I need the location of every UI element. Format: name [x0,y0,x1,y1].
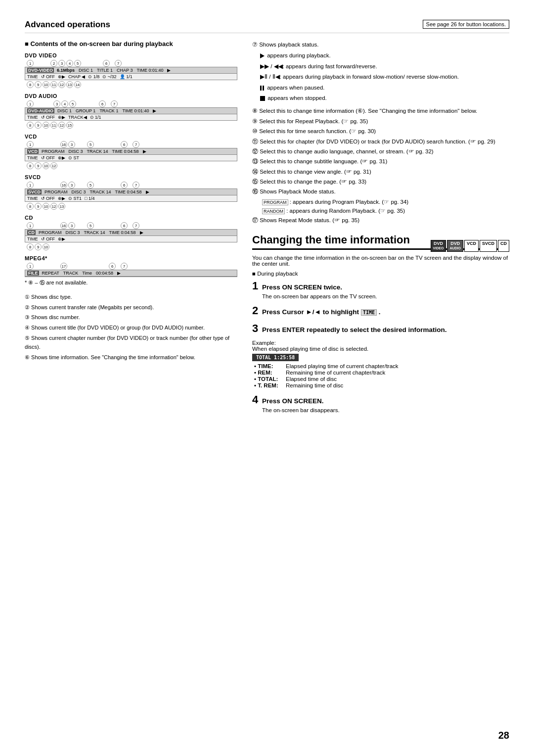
fn-num-6: ⑥ [25,354,31,360]
change-time-section: Changing the time information DVD VIDEO … [252,234,509,413]
dvd-video-angle: 👤 1/1 [120,74,133,79]
vcd-bar: VCD PROGRAM DISC 3 TRACK 14 TIME 0:04:58… [25,148,237,161]
cd-bottom-nums: 8 9 10 [25,243,237,250]
footnote-6: ⑥ Shows time information. See "Changing … [25,353,237,362]
note-16: ⑯ Shows Playback Mode status. [252,187,509,196]
vcd-bar-top: VCD PROGRAM DISC 3 TRACK 14 TIME 0:04:58… [25,148,237,155]
dvd-video-label: DVD VIDEO [25,52,237,58]
example-label: Example: [252,340,509,346]
example-time-text: Elapsed playing time of current chapter/… [286,363,399,369]
stop-icon [260,96,265,101]
example-total-label: • TOTAL: [254,376,284,382]
fn-text-2: Shows current transfer rate (Megabits pe… [31,304,154,310]
note-15: ⑮ Select this to change the page. (☞ pg.… [252,177,509,186]
note7-text: Shows playback status. [259,42,318,47]
step-1: 1 Press ON SCREEN twice. The on-screen b… [252,280,509,299]
slowmo-note: ▶Ⅱ / Ⅱ◀: appears during playback in forw… [260,74,459,80]
ff-note: ▶▶ / ◀◀: appears during fast forward/rev… [260,63,377,69]
header-row: Advanced operations See page 26 for butt… [25,20,509,33]
num-1: 1 [27,60,34,67]
badge-cd: CD [498,240,509,252]
mpeg4-label: MPEG4* [25,255,237,261]
mpeg4-bar-top: FILE REPEAT TRACK Time 00:04:58 ▶ [25,270,237,277]
dvd-audio-bar-bottom: TIME ↺ OFF ⊕▶ TRACK◀ ⊙ 1/1 [25,114,237,120]
dvd-audio-bar: DVD-AUDIO DISC 1 GROUP 1 TRACK 1 TIME 0:… [25,107,237,121]
dvd-video-bottom-nums: 8 9 10 11 12 13 14 [25,81,237,88]
num-2: 2 [50,60,57,67]
pause-icon [260,86,265,91]
dvd-audio-bottom-nums: 8 9 10 11 12 15 [25,122,237,129]
svcd-bar-top: SVCD PROGRAM DISC 3 TRACK 14 TIME 0:04:5… [25,189,237,195]
step4-num: 4 [252,393,258,406]
disc-badges-row: DVD VIDEO DVD AUDIO VCD SVCD CD [431,240,509,252]
svcd-bar-bottom: TIME ↺ OFF ⊕▶ ⊙ ST1 □ 1/4 [25,195,237,201]
dvd-audio-label: DVD AUDIO [25,93,237,99]
example-item-time: • TIME: Elapsed playing time of current … [254,363,509,369]
fn-text-1: Shows disc type. [31,294,72,300]
badge-dvd-video: DVD VIDEO [431,240,446,252]
fn-text-6: Shows time information. See "Changing th… [31,354,195,360]
contents-heading: Contents of the on-screen bar during pla… [25,40,237,47]
notes-section: ⑦ Shows playback status. appears during … [252,40,509,225]
play-status: appears during playback. [260,51,509,60]
random-note-text: : appears during Random Playback. (☞ pg.… [286,208,405,214]
fn-num-4: ④ [25,325,31,331]
change-time-header: Changing the time information DVD VIDEO … [252,234,509,250]
dvd-video-bar-top: DVD-VIDEO 6.1Mbps DISC 1 TITLE 1 CHAP 3 … [25,67,237,74]
dvd-video-disc: DISC 1 [78,68,94,73]
section-title: Advanced operations [25,20,110,30]
footnote-3: ③ Shows disc number. [25,313,237,322]
vcd-top-nums: 1 16 3 5 6 7 [25,141,237,148]
dvd-video-top-nums: 1 2 3 4 5 6 7 [25,60,237,67]
random-note: RANDOM : appears during Random Playback.… [262,206,509,215]
cd-top-nums: 1 16 3 5 6 7 [25,222,237,229]
page-container: Advanced operations See page 26 for butt… [0,0,534,756]
mpeg4-bar: FILE REPEAT TRACK Time 00:04:58 ▶ [25,270,237,277]
step-2: 2 Press Cursor ►/◄ to highlight TIME . [252,304,509,317]
example-item-trem: • T. REM: Remaining time of disc [254,382,509,388]
dvd-video-chap-btn: CHAP ◀ [68,74,85,79]
dvd-video-time: TIME 0:01:40 [135,68,164,73]
vcd-bar-bottom: TIME ↺ OFF ⊕▶ ⊙ ST [25,155,237,161]
two-col-layout: Contents of the on-screen bar during pla… [25,40,509,418]
step1-sub: The on-screen bar appears on the TV scre… [262,293,509,299]
step-3: 3 Press ENTER repeatedly to select the d… [252,322,509,335]
example-time-label: • TIME: [254,363,284,369]
example-trem-label: • T. REM: [254,382,284,388]
dvd-video-next: ⊕▶ [58,74,65,79]
example-item-total: • TOTAL: Elapsed time of disc [254,376,509,382]
step2-text: Press Cursor ►/◄ to highlight TIME . [262,308,381,316]
example-box: Example: When elapsed playing time of di… [252,340,509,388]
footnote-1: ① Shows disc type. [25,292,237,302]
note-8: ⑧ Select this to change time information… [252,106,509,115]
svcd-top-nums: 1 16 3 5 6 7 [25,182,237,189]
time-badge: TIME [361,309,377,316]
num-7: 7 [115,60,122,67]
note-14: ⑭ Select this to change view angle. (☞ p… [252,167,509,176]
play-icon [260,53,265,58]
dvd-video-cd1: ⊙ 1/8 [88,74,99,79]
fn-text-4: Shows current title (for DVD VIDEO) or g… [31,325,205,331]
example-desc: When elapsed playing time of disc is sel… [252,346,509,352]
step4-sub: The on-screen bar disappears. [262,407,509,413]
step-4: 4 Press ON SCREEN. The on-screen bar dis… [252,393,509,413]
fn-text-3: Shows disc number. [31,314,80,320]
pause-status: appears when paused. [260,83,509,92]
stop-status: appears when stopped. [260,94,509,102]
footnote-5: ⑤ Shows current chapter number (for DVD … [25,333,237,352]
num-4: 4 [66,60,73,67]
note-10: ⑩ Select this for time search function. … [252,127,509,136]
cd-bar-top: CD PROGRAM DISC 3 TRACK 14 TIME 0:04:58 … [25,230,237,236]
step1-text: Press ON SCREEN twice. [262,284,342,291]
vcd-label: VCD [25,134,237,140]
mpeg4-top-nums: 1 17 6 7 [25,263,237,270]
num-6: 6 [103,60,110,67]
dvd-video-time2: TIME [27,74,38,79]
badge-vcd: VCD [464,240,479,252]
step4-text: Press ON SCREEN. [262,397,324,405]
svcd-bar: SVCD PROGRAM DISC 3 TRACK 14 TIME 0:04:5… [25,189,237,202]
svcd-label: SVCD [25,174,237,180]
program-badge: PROGRAM [262,199,288,205]
dvd-video-bitrate: 6.1Mbps [56,68,76,73]
program-note: PROGRAM : appears during Program Playbac… [262,197,509,206]
